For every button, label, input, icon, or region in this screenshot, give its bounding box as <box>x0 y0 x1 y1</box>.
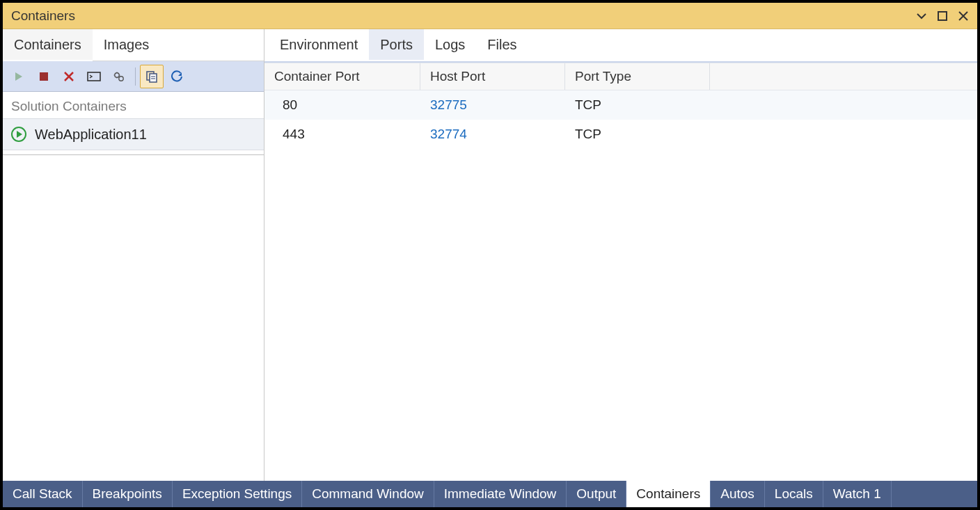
content-tab-label: Ports <box>380 37 413 53</box>
bottom-tab-label: Exception Settings <box>182 486 292 502</box>
sidebar-divider <box>3 154 264 155</box>
sidebar-tab-label: Containers <box>14 37 81 53</box>
bottom-tab-watch-1[interactable]: Watch 1 <box>823 481 892 507</box>
bottom-tab-containers[interactable]: Containers <box>626 481 711 507</box>
cell-container-port: 443 <box>264 127 420 142</box>
content-area: Environment Ports Logs Files Container P… <box>264 29 977 481</box>
content-tab-label: Environment <box>280 37 358 53</box>
toolbar-divider <box>135 67 136 86</box>
cell-host-port-link[interactable]: 32774 <box>420 127 565 142</box>
bottom-tab-label: Containers <box>636 486 700 502</box>
bottom-tab-command-window[interactable]: Command Window <box>302 481 434 507</box>
table-row[interactable]: 443 32774 TCP <box>264 120 977 149</box>
content-tab-label: Logs <box>435 37 465 53</box>
close-icon[interactable] <box>955 8 972 24</box>
bottom-tool-tabs: Call Stack Breakpoints Exception Setting… <box>3 481 977 507</box>
column-header-host-port[interactable]: Host Port <box>420 63 565 90</box>
stop-button[interactable] <box>32 65 56 88</box>
sidebar: Containers Images <box>3 29 264 481</box>
bottom-tab-exception-settings[interactable]: Exception Settings <box>173 481 302 507</box>
bottom-tab-label: Call Stack <box>13 486 72 502</box>
bottom-tab-label: Output <box>576 486 616 502</box>
cell-port-type: TCP <box>565 97 710 113</box>
svg-point-3 <box>115 72 119 77</box>
tab-logs[interactable]: Logs <box>424 29 476 60</box>
sidebar-tab-containers[interactable]: Containers <box>3 29 93 61</box>
svg-rect-0 <box>938 12 947 20</box>
sidebar-tabs: Containers Images <box>3 29 264 61</box>
maximize-icon[interactable] <box>934 8 951 24</box>
delete-button[interactable] <box>57 65 81 88</box>
bottom-tab-breakpoints[interactable]: Breakpoints <box>83 481 173 507</box>
tab-environment[interactable]: Environment <box>269 29 369 60</box>
sidebar-toolbar <box>3 61 264 92</box>
container-list-item-label: WebApplication11 <box>35 127 147 143</box>
content-tab-label: Files <box>487 37 516 53</box>
bottom-tab-call-stack[interactable]: Call Stack <box>3 481 83 507</box>
content-tabs: Environment Ports Logs Files <box>264 29 977 61</box>
bottom-tab-label: Autos <box>720 486 754 502</box>
tool-window: Containers Containers Images <box>3 3 977 507</box>
bottom-tab-output[interactable]: Output <box>567 481 626 507</box>
svg-point-4 <box>119 76 123 80</box>
cell-port-type: TCP <box>565 127 710 142</box>
bottom-tab-locals[interactable]: Locals <box>765 481 823 507</box>
tab-ports[interactable]: Ports <box>369 29 424 60</box>
settings-button[interactable] <box>107 65 131 88</box>
dropdown-icon[interactable] <box>913 8 930 24</box>
bottom-tab-autos[interactable]: Autos <box>711 481 765 507</box>
table-row[interactable]: 80 32775 TCP <box>264 90 977 120</box>
terminal-button[interactable] <box>82 65 106 88</box>
container-list-item[interactable]: WebApplication11 <box>3 118 264 150</box>
copy-button[interactable] <box>140 65 164 88</box>
titlebar: Containers <box>3 3 977 29</box>
bottom-tab-immediate-window[interactable]: Immediate Window <box>434 481 567 507</box>
bottom-tab-label: Breakpoints <box>93 486 162 502</box>
cell-host-port-link[interactable]: 32775 <box>420 97 565 113</box>
cell-container-port: 80 <box>264 97 420 113</box>
window-title: Containers <box>11 8 75 24</box>
grid-header: Container Port Host Port Port Type <box>264 63 977 90</box>
sidebar-tab-images[interactable]: Images <box>93 29 161 61</box>
bottom-tab-label: Command Window <box>312 486 424 502</box>
svg-rect-2 <box>88 72 100 81</box>
bottom-tab-label: Watch 1 <box>833 486 881 502</box>
column-header-port-type[interactable]: Port Type <box>565 63 710 90</box>
refresh-button[interactable] <box>165 65 189 88</box>
svg-rect-10 <box>150 74 157 82</box>
svg-rect-1 <box>40 72 48 81</box>
sidebar-section-label: Solution Containers <box>3 92 264 118</box>
sidebar-tab-label: Images <box>104 37 150 53</box>
bottom-tab-label: Locals <box>775 486 813 502</box>
tab-files[interactable]: Files <box>476 29 528 60</box>
column-header-empty <box>710 63 977 90</box>
column-header-container-port[interactable]: Container Port <box>264 63 420 90</box>
start-button[interactable] <box>7 65 31 88</box>
bottom-tab-label: Immediate Window <box>444 486 557 502</box>
running-icon <box>11 127 26 142</box>
